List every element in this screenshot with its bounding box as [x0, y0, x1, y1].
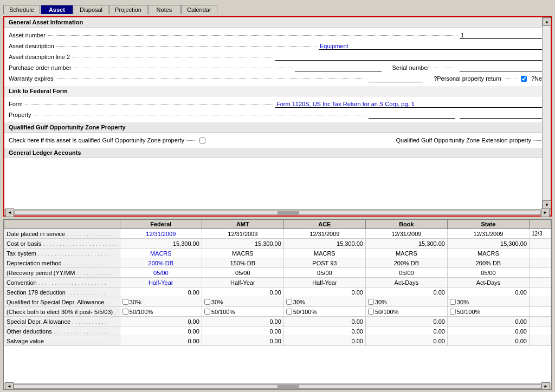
property-input1[interactable] [369, 112, 455, 119]
gulf-extension-label: Qualified Gulf Opportunity Zone Extensio… [396, 137, 531, 143]
row-label-date: Date placed in service . . . . . . . . .… [4, 229, 120, 239]
table-row: Other deductions . . . . . . . . . . . .… [4, 326, 551, 336]
conv-federal: Half-Year [120, 278, 202, 288]
row-label-qual: Qualified for Special Depr. Allowance . … [4, 297, 120, 307]
serial-dots [434, 68, 455, 68]
table-row: Depreciation method . . . . . . . . . . … [4, 258, 551, 268]
special-extra [530, 317, 551, 326]
scroll-track2[interactable] [14, 384, 541, 389]
property-label: Property [9, 112, 31, 118]
asset-desc-dots [56, 46, 317, 47]
top-panel-scroll[interactable]: General Asset Information Asset number A… [4, 17, 551, 209]
qual-amt-cell: 30% [204, 299, 281, 305]
table-container[interactable]: Federal AMT ACE Book State Date placed i… [4, 219, 551, 383]
top-scrollbar[interactable]: ◄ ► [4, 209, 551, 215]
elect-federal-cb[interactable] [122, 309, 128, 315]
link-federal-header: Link to Federal Form [4, 86, 551, 96]
elect-ace-cb[interactable] [286, 309, 292, 315]
special-ace: 0.00 [283, 317, 365, 326]
salvage-extra [530, 336, 551, 346]
tax-state: MACRS [447, 249, 529, 258]
scroll-down-btn[interactable]: ▼ [543, 200, 551, 209]
form-link-dots [25, 104, 273, 104]
scroll-track[interactable] [14, 211, 541, 215]
table-row: Convention . . . . . . . . . . . . . . .… [4, 278, 551, 288]
elect-amt-cell: 50/100% [204, 309, 281, 315]
elect-federal-cell: 50/100% [122, 309, 199, 315]
row-label-salvage: Salvage value . . . . . . . . . . . . . … [4, 336, 120, 346]
property-input2[interactable] [460, 112, 546, 119]
elect-state-cb[interactable] [450, 309, 456, 315]
table-row: (Check both to elect 30% if post- 5/5/03… [4, 307, 551, 317]
asset-number-input[interactable] [460, 32, 546, 39]
tab-projection[interactable]: Projection [109, 5, 147, 14]
col-federal: Federal [120, 220, 202, 229]
qual-amt-cb[interactable] [204, 299, 210, 305]
conv-amt: Half-Year [202, 278, 283, 288]
scroll-vert-track[interactable] [543, 26, 551, 200]
cost-federal: 15,300.00 [120, 239, 202, 249]
salvage-state: 0.00 [447, 336, 529, 346]
qual-book-cb[interactable] [368, 299, 374, 305]
recovery-federal: 05/00 [120, 268, 202, 278]
serial-group: Serial number [392, 64, 546, 71]
form-link-label: Form [9, 101, 23, 107]
tab-notes[interactable]: Notes [148, 5, 180, 14]
depr-method-extra [530, 258, 551, 268]
scroll-right-btn2[interactable]: ► [541, 382, 550, 390]
form-link-input[interactable] [275, 101, 546, 108]
other-book: 0.00 [365, 326, 447, 336]
asset-desc2-dots [72, 57, 273, 57]
depr-method-ace: POST 93 [283, 258, 365, 268]
elect-book-cb[interactable] [368, 309, 374, 315]
asset-desc-input[interactable] [319, 43, 546, 50]
personal-property-checkbox[interactable] [521, 76, 527, 82]
asset-desc2-input[interactable] [275, 54, 546, 61]
scroll-left-btn2[interactable]: ◄ [5, 382, 14, 390]
table-row: Section 179 deduction . . . . . . . . . … [4, 288, 551, 297]
tab-schedule[interactable]: Schedule [3, 5, 40, 14]
gulf-zone-checkbox[interactable] [199, 138, 205, 143]
scroll-left-btn[interactable]: ◄ [5, 208, 14, 217]
qual-state-cb[interactable] [450, 299, 456, 305]
purchase-label: Purchase order number [9, 64, 72, 71]
tax-extra [530, 249, 551, 258]
scroll-up-btn[interactable]: ▲ [543, 17, 551, 26]
cost-amt: 15,300.00 [202, 239, 283, 249]
salvage-ace: 0.00 [283, 336, 365, 346]
recovery-extra [530, 268, 551, 278]
tab-disposal[interactable]: Disposal [74, 5, 108, 14]
col-state: State [447, 220, 529, 229]
salvage-book: 0.00 [365, 336, 447, 346]
conv-book: Act-Days [365, 278, 447, 288]
warranty-label: Warranty expires [9, 75, 54, 82]
salvage-federal: 0.00 [120, 336, 202, 346]
row-label-s179: Section 179 deduction . . . . . . . . . … [4, 288, 120, 297]
scroll-right-btn[interactable]: ► [541, 208, 550, 217]
general-asset-header: General Asset Information [4, 17, 551, 28]
purchase-input[interactable] [295, 64, 382, 71]
top-right-scrollbar[interactable]: ▲ ▼ [542, 17, 551, 209]
special-federal: 0.00 [120, 317, 202, 326]
gulf-zone-row: Check here if this asset is qualified Gu… [9, 135, 546, 146]
s179-book: 0.00 [365, 288, 447, 297]
elect-state-cell: 50/100% [450, 309, 527, 315]
recovery-amt: 05/00 [202, 268, 283, 278]
elect-extra [530, 307, 551, 317]
qual-state: 30% [447, 297, 529, 307]
elect-book-cell: 50/100% [368, 309, 445, 315]
tax-federal: MACRS [120, 249, 202, 258]
qual-federal-cb[interactable] [122, 299, 128, 305]
serial-input[interactable] [460, 64, 546, 71]
warranty-input[interactable] [369, 75, 423, 82]
tab-asset[interactable]: Asset [41, 5, 73, 14]
recovery-state: 05/00 [447, 268, 529, 278]
qual-ace-cb[interactable] [286, 299, 292, 305]
tax-book: MACRS [365, 249, 447, 258]
asset-desc-label: Asset description [9, 43, 54, 49]
asset-number-dots [48, 35, 457, 36]
elect-ace: 50/100% [283, 307, 365, 317]
tab-calendar[interactable]: Calendar [181, 5, 217, 14]
elect-amt-cb[interactable] [204, 309, 210, 315]
bottom-scrollbar[interactable]: ◄ ► [4, 383, 551, 389]
